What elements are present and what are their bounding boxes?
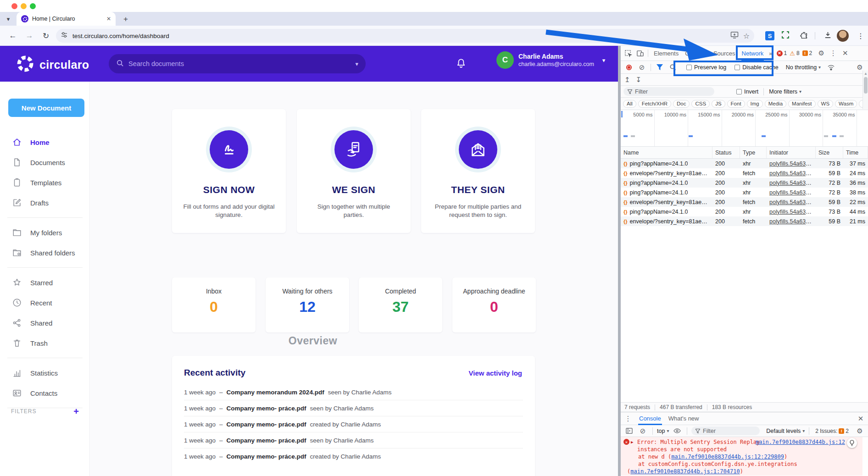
- tab-search-button[interactable]: ▾: [3, 14, 14, 24]
- mac-zoom-button[interactable]: [30, 3, 36, 9]
- type-chip[interactable]: WS: [818, 100, 834, 108]
- mac-close-button[interactable]: [11, 3, 17, 9]
- scrollbar-thumb[interactable]: [864, 77, 868, 94]
- column-header[interactable]: Status: [712, 147, 740, 158]
- throttling-dropdown[interactable]: No throttling ▾: [786, 64, 821, 71]
- sidebar-item[interactable]: Shared folders: [0, 243, 90, 263]
- invert-checkbox[interactable]: Invert: [736, 89, 758, 95]
- type-chip[interactable]: JS: [712, 100, 725, 108]
- extensions-menu-button[interactable]: [797, 29, 810, 43]
- sidebar-item[interactable]: Starred: [0, 272, 90, 293]
- warning-badge[interactable]: ⚠ 8: [790, 50, 799, 57]
- inspect-element-button[interactable]: [623, 48, 634, 59]
- column-header[interactable]: Initiator: [767, 147, 816, 158]
- site-info-icon[interactable]: [61, 31, 68, 40]
- console-scrollbar[interactable]: ▲: [862, 71, 868, 109]
- clear-console-button[interactable]: ⊘: [637, 426, 648, 437]
- column-header[interactable]: Name: [621, 147, 712, 158]
- devtools-settings-button[interactable]: ⚙: [816, 48, 827, 59]
- activity-row[interactable]: 1 week ago – Company memo- práce.pdf see…: [184, 400, 523, 416]
- drawer-tab[interactable]: What's new: [665, 412, 703, 425]
- user-menu[interactable]: C Charlie Adams charlie.adams@circularo.…: [496, 51, 605, 69]
- export-har-button[interactable]: ↧: [636, 76, 642, 84]
- network-conditions-button[interactable]: [825, 62, 836, 73]
- record-network-button[interactable]: [623, 62, 634, 73]
- type-chip[interactable]: Doc: [673, 100, 690, 108]
- search-bar[interactable]: ▾: [109, 54, 366, 73]
- type-chip[interactable]: Fetch/XHR: [638, 100, 671, 108]
- console-sidebar-button[interactable]: [623, 426, 634, 437]
- activity-doc[interactable]: Company memo- práce.pdf: [227, 437, 306, 444]
- profile-button[interactable]: [836, 29, 849, 43]
- sidebar-item[interactable]: Drafts: [0, 193, 90, 213]
- stat-card[interactable]: Waiting for others 12: [266, 277, 349, 332]
- forward-button[interactable]: →: [23, 29, 36, 42]
- issues-badge[interactable]: ! 2: [802, 50, 812, 56]
- import-har-button[interactable]: ↥: [624, 76, 630, 84]
- console-settings-button[interactable]: ⚙: [854, 426, 865, 437]
- network-request-row[interactable]: {}ping?appName=24.1.0 200 xhr polyfills.…: [621, 207, 868, 216]
- stack-frame-link[interactable]: main.7ef9010e8837d44b.js:12:229809: [671, 454, 784, 460]
- stat-card[interactable]: Inbox 0: [172, 277, 256, 332]
- devtools-menu-button[interactable]: ⋮: [828, 48, 839, 59]
- brand[interactable]: circularo: [17, 55, 89, 74]
- context-dropdown[interactable]: top ▾: [657, 428, 669, 434]
- column-header[interactable]: Type: [740, 147, 767, 158]
- network-request-row[interactable]: {}envelope/?sentry_key=81ae2dd… 200 fetc…: [621, 168, 868, 178]
- network-request-row[interactable]: {}ping?appName=24.1.0 200 xhr polyfills.…: [621, 178, 868, 188]
- url-text[interactable]: test.circularo.com/home/dashboard: [72, 33, 726, 39]
- browser-menu-button[interactable]: ⋮: [854, 29, 867, 43]
- drawer-menu-button[interactable]: ⋮: [623, 413, 634, 424]
- ai-explain-button[interactable]: [847, 438, 857, 448]
- back-button[interactable]: ←: [6, 29, 19, 42]
- type-chip[interactable]: CSS: [691, 100, 710, 108]
- action-card[interactable]: WE SIGN Sign together with multiple part…: [297, 109, 411, 233]
- type-chip[interactable]: Media: [765, 100, 786, 108]
- new-document-button[interactable]: New Document: [8, 99, 84, 117]
- timeline-handle[interactable]: [621, 111, 623, 117]
- mac-minimize-button[interactable]: [21, 3, 27, 9]
- devtools-tab[interactable]: Sources: [710, 46, 739, 61]
- activity-row[interactable]: 1 week ago – Company memo- práce.pdf see…: [184, 432, 523, 448]
- type-chip[interactable]: Wasm: [835, 100, 857, 108]
- bookmark-star-icon[interactable]: ☆: [743, 32, 750, 40]
- action-card[interactable]: SIGN NOW Fill out forms and add your dig…: [172, 109, 286, 233]
- more-filters-dropdown[interactable]: More filters ▾: [769, 89, 801, 95]
- activity-doc[interactable]: Company memorandum 2024.pdf: [227, 389, 324, 396]
- column-header[interactable]: Size: [816, 147, 843, 158]
- browser-tab[interactable]: Home | Circularo ✕: [17, 12, 116, 26]
- network-filter-button[interactable]: [654, 62, 665, 73]
- request-initiator-link[interactable]: polyfills.54a6329f5: [769, 161, 816, 167]
- activity-doc[interactable]: Company memo- práce.pdf: [227, 421, 306, 428]
- clear-network-button[interactable]: ⊘: [636, 62, 647, 73]
- stat-card[interactable]: Completed 37: [359, 277, 442, 332]
- devtools-tab[interactable]: Elements: [651, 46, 682, 61]
- network-request-row[interactable]: {}ping?appName=24.1.0 200 xhr polyfills.…: [621, 188, 868, 197]
- add-filter-button[interactable]: +: [73, 406, 79, 417]
- extension-s-button[interactable]: S: [763, 29, 776, 43]
- stack-frame-link[interactable]: main.7ef9010e8837d44b.js:1:704710: [630, 468, 740, 475]
- network-filter-input[interactable]: [635, 89, 710, 95]
- view-activity-log-link[interactable]: View activity log: [469, 369, 522, 377]
- search-caret-icon[interactable]: ▾: [355, 61, 358, 67]
- log-levels-dropdown[interactable]: Default levels ▾: [766, 428, 805, 434]
- console-issues[interactable]: 2 Issues: ! 2: [815, 428, 849, 434]
- activity-row[interactable]: 1 week ago – Company memorandum 2024.pdf…: [184, 384, 523, 400]
- notifications-button[interactable]: [455, 57, 467, 71]
- sidebar-item[interactable]: Statistics: [0, 363, 90, 383]
- disclosure-icon[interactable]: ▶: [631, 438, 633, 446]
- devtools-close-button[interactable]: ✕: [840, 48, 851, 59]
- omnibox[interactable]: test.circularo.com/home/dashboard ☆: [56, 29, 754, 43]
- screenshot-extension-button[interactable]: [779, 29, 792, 43]
- activity-row[interactable]: 1 week ago – Company memo- práce.pdf cre…: [184, 416, 523, 432]
- console-error-message[interactable]: ✕ ▶ main.7ef9010e8837d44b.js:12 Error: M…: [621, 437, 862, 476]
- sidebar-item[interactable]: Shared: [0, 313, 90, 333]
- sidebar-item[interactable]: Home: [0, 132, 90, 152]
- network-request-row[interactable]: {}envelope/?sentry_key=81ae2dd… 200 fetc…: [621, 216, 868, 226]
- request-initiator-link[interactable]: polyfills.54a6329f5: [769, 218, 816, 225]
- request-initiator-link[interactable]: polyfills.54a6329f5: [769, 180, 816, 186]
- downloads-button[interactable]: [821, 29, 834, 43]
- stat-card[interactable]: Approaching deadline 0: [452, 277, 536, 332]
- network-request-row[interactable]: {}envelope/?sentry_key=81ae2dd… 200 fetc…: [621, 197, 868, 207]
- request-initiator-link[interactable]: polyfills.54a6329f5: [769, 189, 816, 196]
